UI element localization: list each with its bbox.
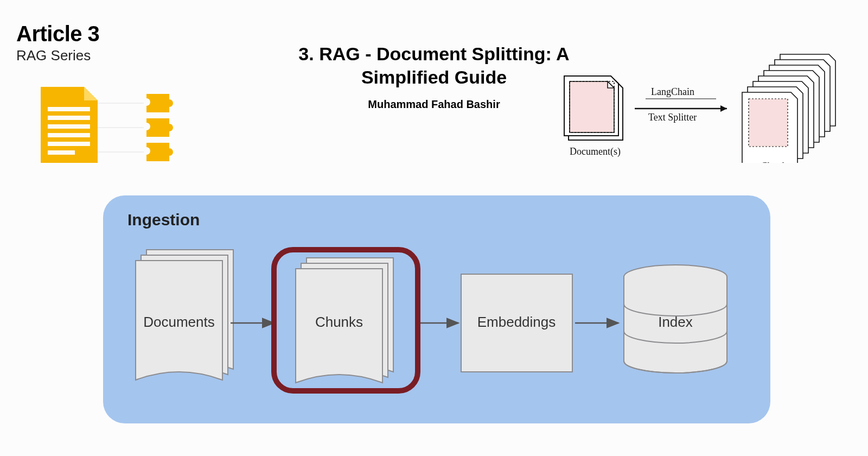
svg-rect-3 [48, 133, 90, 137]
ingestion-diagram: Ingestion Documents Chun [103, 195, 770, 423]
svg-marker-11 [720, 105, 727, 112]
node-documents: Documents [136, 250, 233, 380]
sketch-documents-label: Document(s) [570, 146, 621, 157]
sketch-arrow-label-2: Text Splitter [648, 112, 697, 123]
svg-rect-1 [48, 116, 90, 120]
node-chunks: Chunks [274, 250, 418, 391]
node-embeddings-label: Embeddings [477, 314, 556, 330]
svg-rect-2 [48, 124, 90, 129]
node-index: Index [624, 265, 727, 373]
node-embeddings: Embeddings [461, 274, 572, 372]
langchain-splitter-sketch: Document(s) LangChain Text Splitter Chun… [559, 49, 852, 163]
node-chunks-label: Chunks [315, 314, 363, 330]
node-index-label: Index [658, 314, 693, 330]
sketch-arrow-label-1: LangChain [651, 86, 694, 97]
sketch-chunks-label: Chunks [761, 161, 790, 163]
svg-rect-0 [48, 107, 90, 111]
svg-rect-5 [48, 150, 75, 155]
document-to-chunks-icon [33, 84, 195, 166]
svg-rect-13 [749, 99, 788, 147]
svg-rect-4 [48, 142, 90, 146]
title-line-2: Simplified Guide [361, 67, 507, 87]
node-documents-label: Documents [143, 314, 215, 330]
page-title: 3. RAG - Document Splitting: A Simplifie… [298, 42, 569, 88]
title-line-1: 3. RAG - Document Splitting: A [298, 43, 569, 64]
